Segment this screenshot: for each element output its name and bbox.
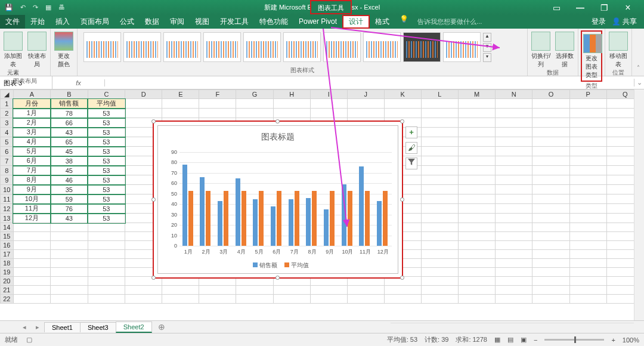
undo-icon[interactable]: ↶	[20, 4, 26, 11]
cell[interactable]	[569, 259, 606, 268]
collapse-ribbon-icon[interactable]: ˄	[632, 29, 644, 76]
cell[interactable]: 53	[88, 156, 125, 166]
cell[interactable]: 9月	[13, 185, 50, 194]
cell[interactable]	[421, 268, 458, 277]
zoom-level[interactable]: 100%	[623, 336, 639, 344]
cell[interactable]	[569, 223, 606, 232]
select-data-button[interactable]: 选择数据	[554, 30, 575, 69]
cell[interactable]	[384, 295, 421, 304]
cell[interactable]	[273, 295, 310, 304]
cell[interactable]	[532, 147, 569, 156]
cell[interactable]	[532, 128, 569, 137]
col-header[interactable]: H	[273, 90, 310, 99]
col-header[interactable]: A	[13, 90, 50, 99]
cell[interactable]	[496, 128, 532, 137]
cell[interactable]	[51, 295, 88, 304]
tab-format[interactable]: 格式	[370, 15, 395, 29]
tab-developer[interactable]: 开发工具	[215, 15, 254, 29]
cell[interactable]	[347, 99, 384, 109]
cell[interactable]	[496, 232, 532, 241]
cell[interactable]	[532, 250, 569, 259]
cell[interactable]	[162, 286, 199, 295]
cell[interactable]	[51, 223, 88, 232]
cell[interactable]	[421, 156, 458, 166]
tab-home[interactable]: 开始	[25, 15, 50, 29]
cell[interactable]	[496, 109, 532, 118]
chart-bar[interactable]	[271, 206, 275, 246]
tab-page-layout[interactable]: 页面布局	[75, 15, 114, 29]
row-header[interactable]: 15	[1, 232, 14, 241]
chart-styles-button[interactable]: 🖌	[405, 142, 417, 154]
cell[interactable]	[458, 268, 495, 277]
tab-special[interactable]: 特色功能	[254, 15, 293, 29]
gallery-down-icon[interactable]: ▼	[483, 43, 491, 52]
view-page-layout-icon[interactable]: ▤	[507, 336, 513, 344]
cell[interactable]	[13, 241, 50, 250]
chart-style-thumb[interactable]	[323, 32, 361, 62]
cell[interactable]	[51, 259, 88, 268]
chart-bar[interactable]	[224, 191, 228, 246]
cell[interactable]	[458, 259, 495, 268]
cell[interactable]: 76	[51, 204, 88, 214]
chart-bar[interactable]	[306, 198, 311, 246]
vertical-scrollbar[interactable]	[634, 89, 644, 320]
row-header[interactable]: 9	[1, 175, 14, 185]
cell[interactable]	[421, 286, 458, 295]
cell[interactable]	[51, 286, 88, 295]
cell[interactable]	[421, 175, 458, 185]
cell[interactable]: 1月	[13, 109, 50, 118]
row-header[interactable]: 11	[1, 194, 14, 204]
cell[interactable]: 平均值	[88, 99, 125, 109]
gallery-up-icon[interactable]: ▲	[483, 33, 491, 42]
chart-bar[interactable]	[383, 191, 388, 246]
chart-style-thumb[interactable]	[163, 32, 201, 62]
cell[interactable]	[496, 156, 532, 166]
chart-bar[interactable]	[242, 191, 246, 246]
tab-review[interactable]: 审阅	[165, 15, 190, 29]
expand-formula-bar-icon[interactable]: ⌄	[634, 79, 644, 86]
row-header[interactable]: 2	[1, 109, 14, 118]
cell[interactable]	[532, 185, 569, 194]
cell[interactable]	[88, 295, 125, 304]
move-chart-button[interactable]: 移动图表	[608, 30, 629, 69]
row-header[interactable]: 10	[1, 185, 14, 194]
cell[interactable]: 43	[51, 214, 88, 223]
cell[interactable]	[310, 295, 347, 304]
cell[interactable]	[125, 286, 162, 295]
cell[interactable]	[421, 214, 458, 223]
chart-styles-gallery[interactable]: ▲ ▼ ▾	[80, 30, 525, 62]
row-header[interactable]: 6	[1, 147, 14, 156]
cell[interactable]	[532, 166, 569, 175]
row-header[interactable]: 13	[1, 214, 14, 223]
cell[interactable]	[421, 259, 458, 268]
tab-nav-prev-icon[interactable]: ◂	[18, 323, 31, 331]
cell[interactable]	[458, 286, 495, 295]
tab-file[interactable]: 文件	[0, 15, 25, 29]
cell[interactable]	[458, 241, 495, 250]
cell[interactable]	[384, 99, 421, 109]
chart-bar[interactable]	[365, 191, 370, 246]
chart-style-thumb[interactable]	[283, 32, 321, 62]
cell[interactable]	[569, 232, 606, 241]
row-header[interactable]: 7	[1, 156, 14, 166]
cell[interactable]	[273, 99, 310, 109]
gallery-more-icon[interactable]: ▾	[483, 53, 491, 62]
cell[interactable]: 月份	[13, 99, 50, 109]
chart-bar[interactable]	[182, 165, 187, 246]
cell[interactable]: 6月	[13, 156, 50, 166]
cell[interactable]	[569, 204, 606, 214]
cell[interactable]: 4月	[13, 137, 50, 147]
qa-icon[interactable]: 🖶	[58, 4, 65, 11]
chart-bar[interactable]	[236, 178, 240, 246]
cell[interactable]: 65	[51, 137, 88, 147]
change-color-button[interactable]: 更改 颜色	[53, 30, 75, 69]
chart-object[interactable]: 图表标题 0102030405060708090 1月2月3月4月5月6月7月8…	[153, 121, 403, 279]
cell[interactable]	[125, 99, 162, 109]
cell[interactable]	[458, 118, 495, 128]
share-button[interactable]: 👤 共享	[612, 17, 637, 27]
chart-style-thumb[interactable]	[123, 32, 161, 62]
cell[interactable]: 53	[88, 137, 125, 147]
cell[interactable]	[532, 109, 569, 118]
cell[interactable]	[458, 232, 495, 241]
cell[interactable]	[569, 109, 606, 118]
